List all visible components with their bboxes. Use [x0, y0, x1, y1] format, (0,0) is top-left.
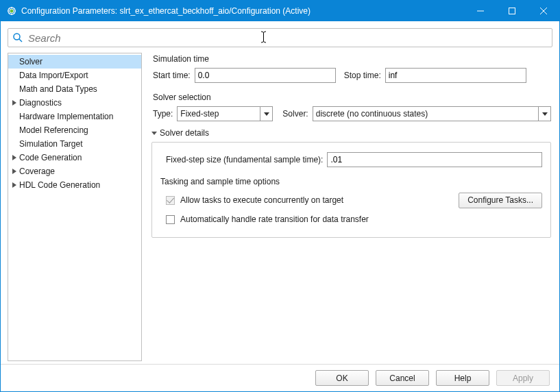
solver-details-panel: Fixed-step size (fundamental sample time…	[151, 142, 551, 238]
solver-label: Solver:	[282, 109, 308, 119]
allow-concurrent-checkbox	[166, 196, 175, 205]
search-field-wrap[interactable]	[8, 28, 552, 47]
svg-rect-3	[509, 8, 515, 14]
footer-separator	[1, 364, 559, 365]
solver-combo-value: discrete (no continuous states)	[313, 109, 538, 119]
svg-marker-9	[12, 155, 16, 160]
ok-button[interactable]: OK	[315, 370, 369, 386]
apply-button: Apply	[496, 370, 550, 386]
triangle-right-icon[interactable]	[11, 155, 18, 160]
step-size-input[interactable]	[327, 152, 542, 167]
sidebar-item-math-and-data-types[interactable]: Math and Data Types	[8, 82, 141, 96]
titlebar: Configuration Parameters: slrt_ex_etherc…	[1, 1, 559, 21]
sidebar-item-code-generation[interactable]: Code Generation	[8, 151, 141, 164]
minimize-button[interactable]	[465, 1, 496, 21]
type-combo[interactable]: Fixed-step	[177, 106, 273, 121]
stop-time-input[interactable]	[385, 68, 526, 83]
stop-time-label: Stop time:	[344, 71, 381, 80]
svg-marker-8	[12, 100, 16, 106]
tasking-heading: Tasking and sample time options	[160, 177, 542, 186]
body: SolverData Import/ExportMath and Data Ty…	[1, 21, 559, 391]
type-combo-value: Fixed-step	[178, 109, 260, 119]
chevron-down-icon[interactable]	[538, 107, 550, 121]
solver-details-disclosure[interactable]: Solver details	[151, 128, 551, 138]
maximize-button[interactable]	[496, 1, 528, 21]
configure-tasks-button[interactable]: Configure Tasks...	[459, 193, 542, 208]
sidebar-item-label: Code Generation	[18, 153, 82, 162]
sidebar-item-coverage[interactable]: Coverage	[8, 164, 141, 178]
solver-details-heading: Solver details	[160, 128, 209, 138]
start-time-input[interactable]	[195, 68, 336, 83]
type-label: Type:	[153, 109, 173, 119]
triangle-right-icon[interactable]	[11, 182, 18, 188]
text-cursor-icon	[260, 31, 267, 45]
sidebar-item-label: Hardware Implementation	[18, 112, 113, 121]
help-button[interactable]: Help	[436, 370, 489, 386]
sidebar-item-label: Diagnostics	[18, 98, 62, 108]
app-icon	[6, 5, 17, 16]
sidebar-item-label: Simulation Target	[18, 139, 83, 149]
allow-concurrent-label: Allow tasks to execute concurrently on t…	[180, 195, 453, 205]
sidebar-item-simulation-target[interactable]: Simulation Target	[8, 137, 141, 151]
cancel-button[interactable]: Cancel	[376, 370, 429, 386]
auto-rate-checkbox[interactable]	[166, 215, 175, 224]
svg-point-6	[14, 34, 20, 40]
sidebar-item-solver[interactable]: Solver	[8, 55, 141, 69]
svg-marker-10	[12, 169, 16, 174]
sim-time-heading: Simulation time	[153, 54, 551, 64]
solver-sel-heading: Solver selection	[153, 93, 551, 102]
step-size-label: Fixed-step size (fundamental sample time…	[166, 155, 323, 164]
category-tree[interactable]: SolverData Import/ExportMath and Data Ty…	[8, 53, 142, 361]
triangle-down-icon	[151, 132, 157, 135]
svg-line-7	[19, 39, 22, 42]
sidebar-item-hdl-code-generation[interactable]: HDL Code Generation	[8, 178, 141, 192]
sidebar-item-label: Model Referencing	[18, 125, 88, 135]
sidebar-item-model-referencing[interactable]: Model Referencing	[8, 123, 141, 137]
sidebar-item-label: Math and Data Types	[18, 84, 97, 94]
chevron-down-icon[interactable]	[260, 107, 272, 121]
sidebar-item-data-import-export[interactable]: Data Import/Export	[8, 69, 141, 82]
config-params-window: Configuration Parameters: slrt_ex_etherc…	[0, 0, 560, 392]
svg-point-1	[10, 9, 14, 13]
window-title: Configuration Parameters: slrt_ex_etherc…	[21, 6, 465, 16]
sidebar-item-label: Coverage	[18, 167, 55, 176]
main-panel: Simulation time Start time: Stop time: S…	[151, 53, 552, 361]
triangle-right-icon[interactable]	[11, 100, 18, 106]
search-input[interactable]	[27, 32, 541, 45]
sidebar-item-label: Solver	[18, 57, 42, 66]
footer-buttons: OK Cancel Help Apply	[8, 370, 552, 386]
close-button[interactable]	[528, 1, 559, 21]
sidebar-item-hardware-implementation[interactable]: Hardware Implementation	[8, 110, 141, 123]
sidebar-item-label: HDL Code Generation	[18, 180, 100, 190]
auto-rate-label: Automatically handle rate transition for…	[180, 215, 369, 224]
solver-combo[interactable]: discrete (no continuous states)	[313, 106, 551, 121]
triangle-right-icon[interactable]	[11, 169, 18, 174]
start-time-label: Start time:	[153, 71, 191, 80]
sidebar-item-diagnostics[interactable]: Diagnostics	[8, 96, 141, 110]
search-icon	[12, 32, 23, 43]
svg-marker-11	[12, 182, 16, 188]
sidebar-item-label: Data Import/Export	[18, 71, 88, 80]
